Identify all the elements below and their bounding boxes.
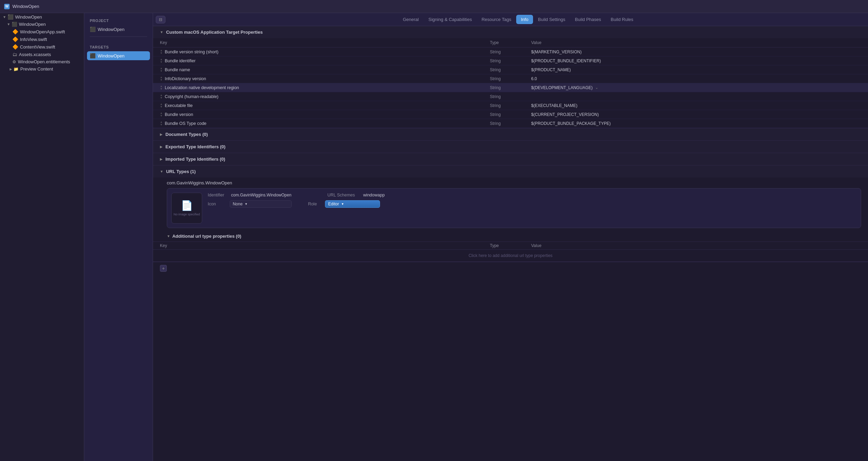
additional-props-header[interactable]: ▼ Additional url type properties (0) <box>153 231 868 242</box>
target-icon: ⬛ <box>90 53 96 58</box>
table-row[interactable]: ▲ ▼ Bundle name String $(PRODUCT_NAME) <box>153 65 868 74</box>
targets-section-header: TARGETS <box>84 40 153 51</box>
key-text: Bundle version string (short) <box>165 50 218 54</box>
sidebar-item-assets[interactable]: 🗂 Assets.xcassets <box>0 51 84 58</box>
sidebar-item-preview-content[interactable]: ▶ 📁 Preview Content <box>0 65 84 73</box>
sort-arrows-icon: ▲ ▼ <box>160 49 163 55</box>
key-text: Localization native development region <box>165 85 239 90</box>
tab-build-phases[interactable]: Build Phases <box>570 15 606 24</box>
value-cell: $(PRODUCT_BUNDLE_IDENTIFIER) <box>531 58 861 63</box>
url-field-row-1: Identifier com.GavinWiggins.WindowOpen U… <box>208 193 857 197</box>
sidebar-toggle-button[interactable]: ⊟ <box>156 16 165 23</box>
type-header: Type <box>490 40 531 45</box>
type-cell: String <box>490 112 531 117</box>
content-area: PROJECT ⬛ WindowOpen TARGETS ⬛ WindowOpe… <box>84 13 868 461</box>
url-schemes-label: URL Schemes <box>327 193 355 197</box>
key-text: Bundle identifier <box>165 58 196 63</box>
sidebar-item-windowopenapp[interactable]: 🔶 WindowOpenApp.swift <box>0 28 84 35</box>
role-select[interactable]: Editor ▼ <box>325 200 380 208</box>
key-cell: ▲ ▼ Bundle version string (short) <box>160 49 490 55</box>
imported-type-header[interactable]: ▶ Imported Type Identifiers (0) <box>153 153 868 165</box>
key-text: Executable file <box>165 103 193 108</box>
chevron-right-icon: ▶ <box>160 157 163 161</box>
tab-general[interactable]: General <box>398 15 423 24</box>
sidebar-item-entitlements[interactable]: ⚙ WindowOpen.entitlements <box>0 58 84 65</box>
value-cell: $(DEVELOPMENT_LANGUAGE) ⌄ <box>531 85 861 90</box>
tab-signing[interactable]: Signing & Capabilities <box>424 15 477 24</box>
value-header: Value <box>531 40 861 45</box>
sidebar-root-group[interactable]: ▼ ⬛ WindowOpen <box>0 13 84 21</box>
title-bar: W WindowOpen <box>0 0 868 13</box>
project-icon: ⬛ <box>8 14 13 20</box>
type-cell: String <box>490 94 531 99</box>
chevron-right-icon: ▶ <box>10 67 12 71</box>
chevron-down-icon: ▼ <box>245 202 248 206</box>
swift-file-icon: 🔶 <box>12 29 18 34</box>
sort-arrows-icon: ▲ ▼ <box>160 103 163 108</box>
exported-type-header[interactable]: ▶ Exported Type Identifiers (0) <box>153 141 868 153</box>
swift-file-icon: 🔶 <box>12 36 18 42</box>
role-select-value: Editor <box>328 202 339 206</box>
value-cell: $(EXECUTABLE_NAME) <box>531 103 861 108</box>
value-header: Value <box>531 243 861 248</box>
sort-arrows-icon: ▲ ▼ <box>160 58 163 64</box>
table-row[interactable]: ▲ ▼ Executable file String $(EXECUTABLE_… <box>153 101 868 110</box>
table-row[interactable]: ▲ ▼ Copyright (human-readable) String <box>153 92 868 101</box>
custom-properties-title: Custom macOS Application Target Properti… <box>166 30 263 35</box>
tab-resource-tags[interactable]: Resource Tags <box>477 15 516 24</box>
sort-arrows-icon: ▲ ▼ <box>160 94 163 99</box>
sidebar-item-infoview[interactable]: 🔶 InfoView.swift <box>0 35 84 43</box>
sidebar-item-contentview[interactable]: 🔶 ContentView.swift <box>0 43 84 51</box>
props-column-headers: Key Type Value <box>153 38 868 47</box>
tab-build-rules[interactable]: Build Rules <box>606 15 638 24</box>
url-type-card: 📄 No image specified Identifier com.Gavi… <box>167 188 861 228</box>
key-cell: ▲ ▼ InfoDictionary version <box>160 76 490 82</box>
project-panel-item[interactable]: ⬛ WindowOpen <box>84 25 153 34</box>
folder-icon: ⬛ <box>12 22 17 27</box>
sort-arrows-icon: ▲ ▼ <box>160 76 163 82</box>
url-types-header[interactable]: ▼ URL Types (1) <box>153 165 868 178</box>
document-types-title: Document Types (0) <box>165 132 208 137</box>
value-text: $(MARKETING_VERSION) <box>531 50 582 54</box>
entitlements-icon: ⚙ <box>12 60 16 64</box>
key-text: Bundle OS Type code <box>165 121 206 126</box>
custom-properties-header[interactable]: ▼ Custom macOS Application Target Proper… <box>153 26 868 38</box>
key-cell: ▲ ▼ Bundle name <box>160 67 490 73</box>
type-cell: String <box>490 103 531 108</box>
value-text: $(DEVELOPMENT_LANGUAGE) <box>531 85 593 90</box>
assets-icon: 🗂 <box>12 52 17 57</box>
chevron-down-icon: ▼ <box>3 15 6 19</box>
table-row[interactable]: ▲ ▼ Localization native development regi… <box>153 83 868 92</box>
sidebar-file-label: Assets.xcassets <box>19 52 51 57</box>
value-cell: 6.0 <box>531 76 861 81</box>
info-content: ▼ Custom macOS Application Target Proper… <box>153 26 868 461</box>
type-cell: String <box>490 121 531 126</box>
project-icon: ⬛ <box>90 26 96 32</box>
app-title: WindowOpen <box>12 4 39 9</box>
sidebar-folder-group[interactable]: ▼ ⬛ WindowOpen <box>0 21 84 28</box>
type-header: Type <box>490 243 531 248</box>
additional-props-columns: Key Type Value <box>153 242 868 250</box>
table-row[interactable]: ▲ ▼ Bundle version String $(CURRENT_PROJ… <box>153 110 868 119</box>
identifier-label: Identifier <box>208 193 224 197</box>
add-property-button[interactable]: + <box>160 265 167 272</box>
icon-select[interactable]: None ▼ <box>230 200 292 208</box>
click-to-add-row[interactable]: Click here to add additional url type pr… <box>153 250 868 261</box>
table-row[interactable]: ▲ ▼ Bundle OS Type code String $(PRODUCT… <box>153 119 868 128</box>
document-types-header[interactable]: ▶ Document Types (0) <box>153 128 868 140</box>
editor-area: ⊟ General Signing & Capabilities Resourc… <box>153 13 868 461</box>
sidebar-root-label: WindowOpen <box>15 14 42 20</box>
value-text: $(PRODUCT_BUNDLE_PACKAGE_TYPE) <box>531 121 611 126</box>
chevron-down-icon: ▼ <box>160 170 163 173</box>
key-cell: ▲ ▼ Executable file <box>160 103 490 108</box>
file-navigator-sidebar: ▼ ⬛ WindowOpen ▼ ⬛ WindowOpen 🔶 WindowOp… <box>0 13 84 461</box>
tab-build-settings[interactable]: Build Settings <box>533 15 570 24</box>
table-row[interactable]: ▲ ▼ InfoDictionary version String 6.0 <box>153 74 868 83</box>
target-name: WindowOpen <box>98 53 124 58</box>
table-row[interactable]: ▲ ▼ Bundle identifier String $(PRODUCT_B… <box>153 56 868 65</box>
table-row[interactable]: ▲ ▼ Bundle version string (short) String… <box>153 47 868 56</box>
target-panel-item[interactable]: ⬛ WindowOpen <box>87 51 150 60</box>
key-text: Bundle name <box>165 67 190 72</box>
additional-props-title: Additional url type properties (0) <box>172 234 241 239</box>
tab-info[interactable]: Info <box>516 15 533 24</box>
